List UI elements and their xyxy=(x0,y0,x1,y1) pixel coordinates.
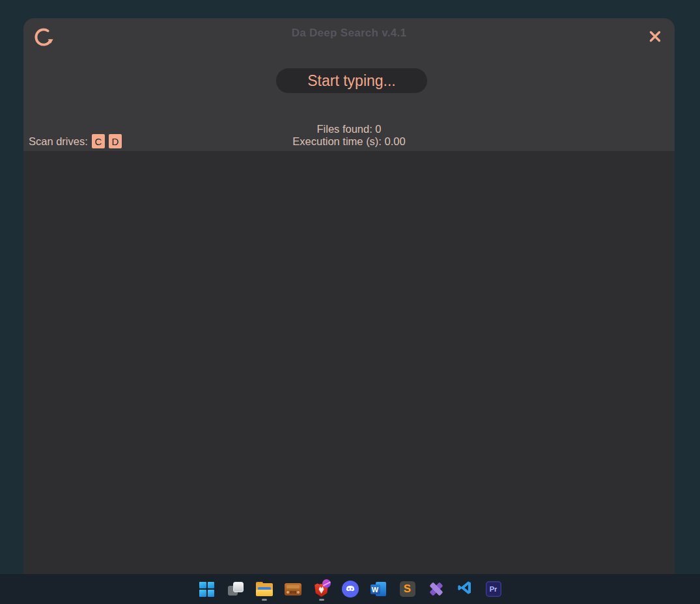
sublime-letter: S xyxy=(404,583,411,596)
search-input[interactable] xyxy=(276,68,427,93)
brave-badge xyxy=(322,579,331,588)
taskbar: W S Pr xyxy=(0,574,700,604)
brave-browser-icon xyxy=(314,581,329,597)
app-header: Da Deep Search v.4.1 Files found: 0 Exec… xyxy=(23,18,675,151)
drive-c-button[interactable]: C xyxy=(92,134,105,148)
taskbar-item-word[interactable]: W xyxy=(371,575,387,603)
scan-drives-label: Scan drives: xyxy=(29,135,88,148)
word-letter: W xyxy=(372,586,378,594)
app-window: Da Deep Search v.4.1 Files found: 0 Exec… xyxy=(23,18,675,574)
running-indicator xyxy=(262,599,267,601)
word-letter-box: W xyxy=(371,584,380,594)
taskbar-item-sublime[interactable]: S xyxy=(399,575,416,603)
word-icon: W xyxy=(371,581,387,597)
vscode-icon xyxy=(456,579,473,599)
radio-screen xyxy=(287,585,300,590)
running-indicator xyxy=(319,599,324,601)
premiere-pro-icon: Pr xyxy=(486,581,501,597)
taskbar-item-file-explorer[interactable] xyxy=(256,575,273,603)
close-button[interactable] xyxy=(646,27,664,46)
taskbar-item-premiere[interactable]: Pr xyxy=(485,575,502,603)
discord-icon xyxy=(342,581,359,597)
radio-player-icon xyxy=(285,583,301,596)
taskbar-item-task-view[interactable] xyxy=(227,575,244,603)
file-explorer-icon xyxy=(256,582,273,596)
taskbar-item-start[interactable] xyxy=(199,575,216,603)
taskbar-item-visual-studio[interactable] xyxy=(428,575,445,603)
premiere-letters: Pr xyxy=(490,585,497,593)
refresh-icon xyxy=(32,41,55,51)
windows-start-icon xyxy=(199,582,214,597)
taskbar-item-radio-player[interactable] xyxy=(285,575,301,603)
results-area xyxy=(23,151,675,574)
close-icon xyxy=(646,38,664,48)
window-title: Da Deep Search v.4.1 xyxy=(23,27,675,40)
visual-studio-icon xyxy=(428,581,445,597)
taskbar-item-brave[interactable] xyxy=(313,575,330,603)
task-view-front-card xyxy=(233,582,244,592)
radio-knob xyxy=(287,591,289,594)
scan-drives-row: Scan drives: C D xyxy=(29,133,122,149)
task-view-icon xyxy=(228,581,244,597)
radio-keys xyxy=(290,591,296,594)
drive-d-button[interactable]: D xyxy=(109,134,122,148)
sublime-text-icon: S xyxy=(400,581,415,597)
taskbar-item-discord[interactable] xyxy=(342,575,359,603)
radio-knob xyxy=(297,591,300,594)
taskbar-item-vscode[interactable] xyxy=(456,575,473,603)
folder-front xyxy=(256,590,273,596)
